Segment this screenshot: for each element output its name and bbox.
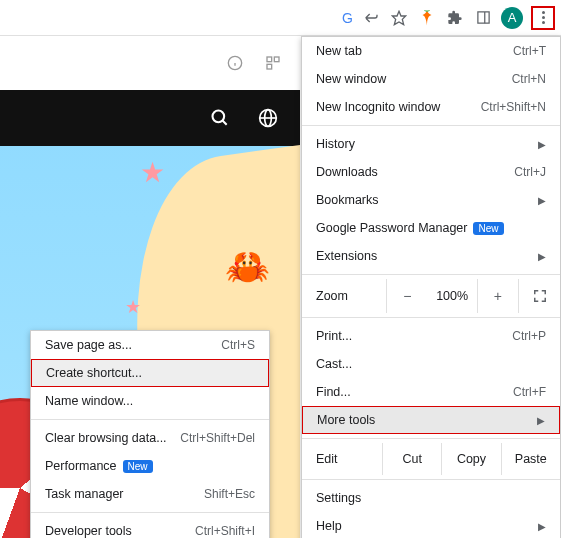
chevron-right-icon: ▶ [538, 139, 546, 150]
panel-icon[interactable] [473, 8, 493, 28]
svg-rect-7 [274, 57, 279, 62]
new-badge: New [123, 460, 153, 473]
menu-item-extensions[interactable]: Extensions▶ [302, 242, 560, 270]
chevron-right-icon: ▶ [538, 251, 546, 262]
paste-button[interactable]: Paste [501, 443, 560, 475]
google-logo-icon: G [342, 10, 353, 26]
submenu-item-developer-tools[interactable]: Developer toolsCtrl+Shift+I [31, 517, 269, 538]
menu-item-new-tab[interactable]: New tabCtrl+T [302, 37, 560, 65]
svg-point-9 [213, 111, 225, 123]
menu-item-find[interactable]: Find...Ctrl+F [302, 378, 560, 406]
menu-item-new-window[interactable]: New windowCtrl+N [302, 65, 560, 93]
menu-item-new-incognito[interactable]: New Incognito windowCtrl+Shift+N [302, 93, 560, 121]
info-icon[interactable] [226, 54, 244, 72]
submenu-item-save-page[interactable]: Save page as...Ctrl+S [31, 331, 269, 359]
extensions-puzzle-icon[interactable] [445, 8, 465, 28]
menu-zoom-row: Zoom − 100% + [302, 279, 560, 313]
menu-item-print[interactable]: Print...Ctrl+P [302, 322, 560, 350]
svg-rect-6 [267, 57, 272, 62]
browser-toolbar: G A [0, 0, 561, 36]
separator [302, 274, 560, 275]
menu-item-password-manager[interactable]: Google Password ManagerNew [302, 214, 560, 242]
svg-rect-8 [267, 64, 272, 69]
separator [31, 512, 269, 513]
chevron-right-icon: ▶ [538, 195, 546, 206]
submenu-item-name-window[interactable]: Name window... [31, 387, 269, 415]
zoom-out-button[interactable]: − [386, 279, 428, 313]
menu-item-bookmarks[interactable]: Bookmarks▶ [302, 186, 560, 214]
submenu-item-performance[interactable]: PerformanceNew [31, 452, 269, 480]
zoom-in-button[interactable]: + [477, 279, 519, 313]
menu-edit-row: Edit Cut Copy Paste [302, 443, 560, 475]
fullscreen-button[interactable] [518, 279, 560, 313]
cut-button[interactable]: Cut [382, 443, 441, 475]
menu-item-more-tools[interactable]: More tools▶ [302, 406, 560, 434]
separator [302, 317, 560, 318]
submenu-item-clear-browsing[interactable]: Clear browsing data...Ctrl+Shift+Del [31, 424, 269, 452]
chevron-right-icon: ▶ [537, 415, 545, 426]
search-icon[interactable] [210, 108, 230, 128]
zoom-label: Zoom [316, 289, 386, 303]
more-tools-submenu: Save page as...Ctrl+S Create shortcut...… [30, 330, 270, 538]
chrome-main-menu: New tabCtrl+T New windowCtrl+N New Incog… [301, 36, 561, 538]
separator [302, 438, 560, 439]
profile-avatar[interactable]: A [501, 7, 523, 29]
separator [302, 479, 560, 480]
new-badge: New [473, 222, 503, 235]
chevron-right-icon: ▶ [538, 521, 546, 532]
menu-item-help[interactable]: Help▶ [302, 512, 560, 538]
share-icon[interactable] [361, 8, 381, 28]
copy-button[interactable]: Copy [441, 443, 500, 475]
menu-item-settings[interactable]: Settings [302, 484, 560, 512]
star-icon[interactable] [389, 8, 409, 28]
page-topbar [0, 36, 300, 90]
separator [31, 419, 269, 420]
svg-line-10 [223, 121, 227, 125]
menu-item-cast[interactable]: Cast... [302, 350, 560, 378]
submenu-item-task-manager[interactable]: Task managerShift+Esc [31, 480, 269, 508]
tile-icon[interactable] [264, 54, 282, 72]
extension-carrot-icon[interactable] [417, 8, 437, 28]
edit-label: Edit [316, 452, 382, 466]
site-navbar [0, 90, 300, 146]
more-vert-icon [542, 11, 545, 24]
svg-rect-1 [477, 12, 488, 23]
submenu-item-create-shortcut[interactable]: Create shortcut... [31, 359, 269, 387]
kebab-menu-button[interactable] [531, 6, 555, 30]
separator [302, 125, 560, 126]
zoom-value: 100% [428, 289, 477, 303]
menu-item-downloads[interactable]: DownloadsCtrl+J [302, 158, 560, 186]
menu-item-history[interactable]: History▶ [302, 130, 560, 158]
globe-icon[interactable] [258, 108, 278, 128]
svg-marker-0 [392, 11, 405, 24]
